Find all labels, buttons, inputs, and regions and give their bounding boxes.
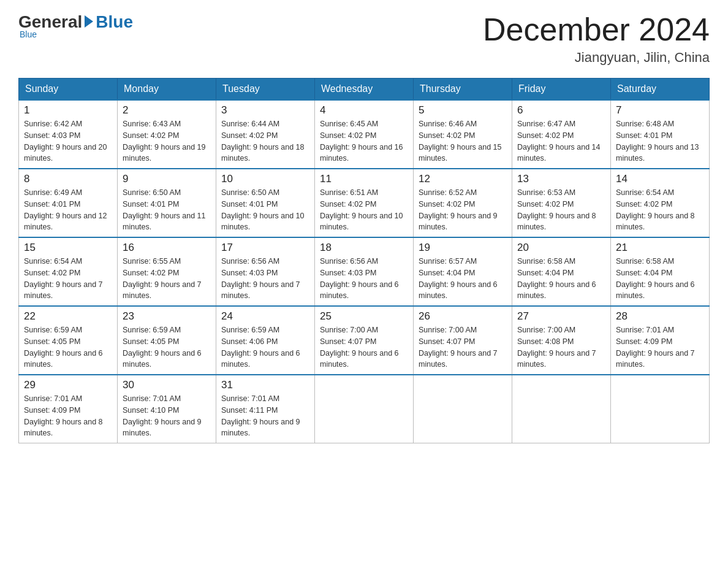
day-number: 13 bbox=[517, 173, 605, 185]
header-thursday: Thursday bbox=[414, 79, 512, 101]
header-tuesday: Tuesday bbox=[216, 79, 315, 101]
logo: General Blue Blue bbox=[18, 12, 133, 39]
calendar-cell: 3 Sunrise: 6:44 AM Sunset: 4:02 PM Dayli… bbox=[216, 100, 315, 169]
day-number: 2 bbox=[123, 104, 211, 117]
calendar-cell: 7 Sunrise: 6:48 AM Sunset: 4:01 PM Dayli… bbox=[611, 100, 710, 169]
day-number: 30 bbox=[123, 379, 211, 391]
day-number: 12 bbox=[419, 173, 507, 185]
day-info: Sunrise: 6:50 AM Sunset: 4:01 PM Dayligh… bbox=[123, 187, 211, 233]
calendar-cell: 10 Sunrise: 6:50 AM Sunset: 4:01 PM Dayl… bbox=[216, 169, 315, 237]
calendar-cell: 6 Sunrise: 6:47 AM Sunset: 4:02 PM Dayli… bbox=[512, 100, 611, 169]
day-info: Sunrise: 7:00 AM Sunset: 4:07 PM Dayligh… bbox=[419, 324, 507, 370]
calendar-cell: 11 Sunrise: 6:51 AM Sunset: 4:02 PM Dayl… bbox=[315, 169, 414, 237]
day-info: Sunrise: 6:42 AM Sunset: 4:03 PM Dayligh… bbox=[24, 118, 112, 164]
day-info: Sunrise: 6:53 AM Sunset: 4:02 PM Dayligh… bbox=[517, 187, 605, 233]
calendar-cell bbox=[414, 375, 512, 443]
title-block: December 2024 Jiangyuan, Jilin, China bbox=[483, 12, 710, 66]
day-info: Sunrise: 7:01 AM Sunset: 4:10 PM Dayligh… bbox=[123, 393, 211, 439]
day-info: Sunrise: 7:01 AM Sunset: 4:09 PM Dayligh… bbox=[24, 393, 112, 439]
calendar-cell: 1 Sunrise: 6:42 AM Sunset: 4:03 PM Dayli… bbox=[19, 100, 118, 169]
header-sunday: Sunday bbox=[19, 79, 118, 101]
calendar-cell: 31 Sunrise: 7:01 AM Sunset: 4:11 PM Dayl… bbox=[216, 375, 315, 443]
header-saturday: Saturday bbox=[611, 79, 710, 101]
day-number: 5 bbox=[419, 104, 507, 117]
calendar-cell bbox=[611, 375, 710, 443]
day-number: 9 bbox=[123, 173, 211, 185]
logo-subtitle: Blue bbox=[20, 29, 37, 39]
calendar-cell: 29 Sunrise: 7:01 AM Sunset: 4:09 PM Dayl… bbox=[19, 375, 118, 443]
day-info: Sunrise: 6:43 AM Sunset: 4:02 PM Dayligh… bbox=[123, 118, 211, 164]
calendar-cell: 28 Sunrise: 7:01 AM Sunset: 4:09 PM Dayl… bbox=[611, 306, 710, 375]
calendar-cell: 19 Sunrise: 6:57 AM Sunset: 4:04 PM Dayl… bbox=[414, 237, 512, 306]
calendar-cell: 2 Sunrise: 6:43 AM Sunset: 4:02 PM Dayli… bbox=[118, 100, 216, 169]
day-info: Sunrise: 6:49 AM Sunset: 4:01 PM Dayligh… bbox=[24, 187, 112, 233]
day-number: 19 bbox=[419, 242, 507, 254]
day-info: Sunrise: 6:52 AM Sunset: 4:02 PM Dayligh… bbox=[419, 187, 507, 233]
day-info: Sunrise: 6:51 AM Sunset: 4:02 PM Dayligh… bbox=[320, 187, 408, 233]
day-number: 8 bbox=[24, 173, 112, 185]
calendar-cell: 23 Sunrise: 6:59 AM Sunset: 4:05 PM Dayl… bbox=[118, 306, 216, 375]
day-info: Sunrise: 6:56 AM Sunset: 4:03 PM Dayligh… bbox=[221, 256, 309, 302]
calendar-cell: 22 Sunrise: 6:59 AM Sunset: 4:05 PM Dayl… bbox=[19, 306, 118, 375]
calendar-week-2: 8 Sunrise: 6:49 AM Sunset: 4:01 PM Dayli… bbox=[19, 169, 710, 237]
calendar-cell: 21 Sunrise: 6:58 AM Sunset: 4:04 PM Dayl… bbox=[611, 237, 710, 306]
day-number: 14 bbox=[616, 173, 704, 185]
location-title: Jiangyuan, Jilin, China bbox=[483, 50, 710, 66]
day-number: 11 bbox=[320, 173, 408, 185]
day-info: Sunrise: 6:59 AM Sunset: 4:05 PM Dayligh… bbox=[24, 324, 112, 370]
day-number: 4 bbox=[320, 104, 408, 117]
day-number: 17 bbox=[221, 242, 309, 254]
day-number: 26 bbox=[419, 310, 507, 323]
day-info: Sunrise: 6:45 AM Sunset: 4:02 PM Dayligh… bbox=[320, 118, 408, 164]
day-info: Sunrise: 6:56 AM Sunset: 4:03 PM Dayligh… bbox=[320, 256, 408, 302]
calendar-week-3: 15 Sunrise: 6:54 AM Sunset: 4:02 PM Dayl… bbox=[19, 237, 710, 306]
calendar-week-5: 29 Sunrise: 7:01 AM Sunset: 4:09 PM Dayl… bbox=[19, 375, 710, 443]
day-number: 3 bbox=[221, 104, 309, 117]
logo-blue-text: Blue bbox=[96, 12, 133, 32]
page-header: General Blue Blue December 2024 Jiangyua… bbox=[18, 12, 710, 66]
day-number: 16 bbox=[123, 242, 211, 254]
day-number: 1 bbox=[24, 104, 112, 117]
day-number: 15 bbox=[24, 242, 112, 254]
calendar-cell: 4 Sunrise: 6:45 AM Sunset: 4:02 PM Dayli… bbox=[315, 100, 414, 169]
calendar-cell bbox=[512, 375, 611, 443]
day-info: Sunrise: 6:46 AM Sunset: 4:02 PM Dayligh… bbox=[419, 118, 507, 164]
header-monday: Monday bbox=[118, 79, 216, 101]
month-title: December 2024 bbox=[483, 12, 710, 47]
day-info: Sunrise: 6:55 AM Sunset: 4:02 PM Dayligh… bbox=[123, 256, 211, 302]
day-number: 28 bbox=[616, 310, 704, 323]
calendar-header-row: Sunday Monday Tuesday Wednesday Thursday… bbox=[19, 79, 710, 101]
calendar-cell: 9 Sunrise: 6:50 AM Sunset: 4:01 PM Dayli… bbox=[118, 169, 216, 237]
day-info: Sunrise: 6:47 AM Sunset: 4:02 PM Dayligh… bbox=[517, 118, 605, 164]
day-number: 6 bbox=[517, 104, 605, 117]
day-number: 7 bbox=[616, 104, 704, 117]
day-info: Sunrise: 6:57 AM Sunset: 4:04 PM Dayligh… bbox=[419, 256, 507, 302]
day-number: 10 bbox=[221, 173, 309, 185]
day-info: Sunrise: 6:50 AM Sunset: 4:01 PM Dayligh… bbox=[221, 187, 309, 233]
day-info: Sunrise: 6:59 AM Sunset: 4:06 PM Dayligh… bbox=[221, 324, 309, 370]
day-number: 25 bbox=[320, 310, 408, 323]
day-info: Sunrise: 6:58 AM Sunset: 4:04 PM Dayligh… bbox=[616, 256, 704, 302]
day-info: Sunrise: 7:01 AM Sunset: 4:09 PM Dayligh… bbox=[616, 324, 704, 370]
calendar-cell: 24 Sunrise: 6:59 AM Sunset: 4:06 PM Dayl… bbox=[216, 306, 315, 375]
calendar-cell: 26 Sunrise: 7:00 AM Sunset: 4:07 PM Dayl… bbox=[414, 306, 512, 375]
calendar-cell: 25 Sunrise: 7:00 AM Sunset: 4:07 PM Dayl… bbox=[315, 306, 414, 375]
calendar-cell bbox=[315, 375, 414, 443]
calendar-cell: 13 Sunrise: 6:53 AM Sunset: 4:02 PM Dayl… bbox=[512, 169, 611, 237]
day-info: Sunrise: 7:00 AM Sunset: 4:07 PM Dayligh… bbox=[320, 324, 408, 370]
day-info: Sunrise: 6:44 AM Sunset: 4:02 PM Dayligh… bbox=[221, 118, 309, 164]
calendar-week-4: 22 Sunrise: 6:59 AM Sunset: 4:05 PM Dayl… bbox=[19, 306, 710, 375]
day-info: Sunrise: 7:00 AM Sunset: 4:08 PM Dayligh… bbox=[517, 324, 605, 370]
logo-triangle-icon bbox=[85, 15, 93, 28]
day-number: 31 bbox=[221, 379, 309, 391]
header-friday: Friday bbox=[512, 79, 611, 101]
day-info: Sunrise: 7:01 AM Sunset: 4:11 PM Dayligh… bbox=[221, 393, 309, 439]
day-info: Sunrise: 6:54 AM Sunset: 4:02 PM Dayligh… bbox=[24, 256, 112, 302]
day-info: Sunrise: 6:58 AM Sunset: 4:04 PM Dayligh… bbox=[517, 256, 605, 302]
day-number: 27 bbox=[517, 310, 605, 323]
day-info: Sunrise: 6:59 AM Sunset: 4:05 PM Dayligh… bbox=[123, 324, 211, 370]
calendar-week-1: 1 Sunrise: 6:42 AM Sunset: 4:03 PM Dayli… bbox=[19, 100, 710, 169]
calendar-cell: 14 Sunrise: 6:54 AM Sunset: 4:02 PM Dayl… bbox=[611, 169, 710, 237]
day-number: 24 bbox=[221, 310, 309, 323]
calendar-cell: 30 Sunrise: 7:01 AM Sunset: 4:10 PM Dayl… bbox=[118, 375, 216, 443]
